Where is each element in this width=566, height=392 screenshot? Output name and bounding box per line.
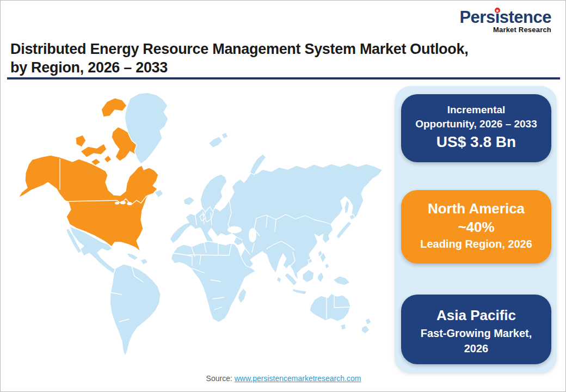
card-north-america: North America ~40% Leading Region, 2026 — [401, 190, 551, 264]
great-lake-1 — [120, 201, 126, 204]
region-svalbard-2 — [222, 132, 228, 139]
region-ellesmere-island — [101, 98, 127, 117]
card-region-title: North America — [409, 200, 544, 218]
great-lake-3 — [115, 201, 119, 204]
region-hispaniola — [140, 259, 148, 265]
card-subtitle: Fast-Growing Market, 2026 — [409, 326, 544, 356]
region-philippines-2 — [325, 263, 329, 269]
card-incremental-opportunity: Incremental Opportunity, 2026 – 2033 US$… — [401, 94, 551, 162]
region-arctic-islet-2 — [104, 155, 112, 163]
card-label-line2: Opportunity, 2026 – 2033 — [409, 117, 544, 131]
region-svalbard — [208, 137, 223, 148]
card-region-title: Asia Pacific — [409, 307, 544, 324]
source-label: Source: — [206, 374, 235, 383]
region-new-guinea — [333, 276, 350, 285]
infographic-page: { "logo": { "brand": "Persistence", "bra… — [0, 0, 566, 392]
card-label-line1: Incremental — [409, 103, 544, 117]
region-new-zealand-south — [361, 326, 370, 334]
region-sulawesi — [317, 272, 324, 283]
region-borneo — [303, 270, 314, 283]
region-banks-island — [76, 135, 86, 147]
card-value: US$ 3.8 Bn — [409, 133, 544, 151]
black-sea — [227, 226, 242, 234]
card-subtitle: Leading Region, 2026 — [409, 236, 544, 252]
region-sri-lanka — [276, 277, 281, 283]
source-link[interactable]: www.persistencemarketresearch.com — [235, 374, 361, 383]
caspian-sea — [249, 228, 256, 242]
great-lake-2 — [127, 202, 132, 205]
card-value: ~40% — [409, 218, 544, 236]
region-cuba — [126, 253, 138, 260]
card-asia-pacific: Asia Pacific Fast-Growing Market, 2026 — [401, 295, 551, 364]
stats-panel: Incremental Opportunity, 2026 – 2033 US$… — [395, 86, 557, 373]
region-japan — [336, 221, 352, 239]
source-line: Source: www.persistencemarketresearch.co… — [1, 374, 566, 383]
region-iceland — [183, 197, 195, 205]
region-sakhalin — [344, 200, 349, 214]
region-new-zealand-north — [365, 318, 371, 325]
region-south-america — [110, 264, 161, 356]
region-tasmania — [341, 324, 346, 330]
region-victoria-island — [81, 144, 107, 157]
region-greenland — [125, 93, 168, 164]
region-java — [292, 289, 307, 295]
